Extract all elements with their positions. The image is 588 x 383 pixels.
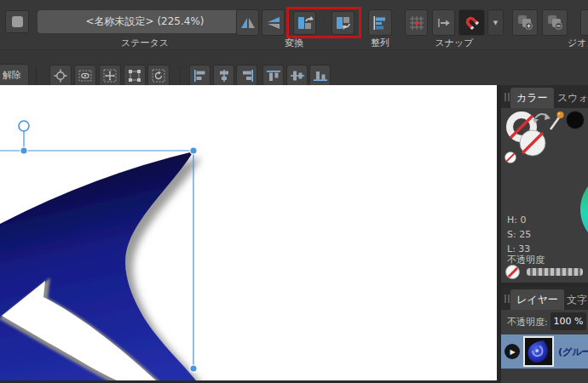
layer-name: (グループ) [558, 346, 588, 358]
align-left-bars-icon [372, 16, 388, 30]
main-toolbar: <名称未設定> (225.4%) * ステータス [0, 0, 588, 49]
align-section-label: 整列 [337, 37, 423, 49]
rotate-selection-button[interactable] [147, 65, 170, 87]
magnet-icon [464, 14, 481, 31]
transform-objects-button[interactable] [124, 65, 146, 87]
eyedropper-icon[interactable] [548, 109, 565, 131]
move-arrow-icon [437, 17, 451, 29]
grid-icon [410, 16, 424, 30]
chevron-down-icon: ▼ [493, 20, 498, 26]
snap-section-label: スナップ [412, 37, 497, 49]
geometry-subtract-button[interactable] [542, 9, 568, 36]
artwork [0, 85, 497, 380]
status-section-label: ステータス [37, 37, 252, 49]
align-left-button[interactable] [189, 65, 210, 87]
align-right-button[interactable] [236, 65, 257, 87]
target-icon [54, 69, 67, 83]
move-while-drawing-button[interactable] [99, 65, 121, 87]
align-bottom-icon [314, 70, 327, 82]
rotate-cw-icon [335, 15, 352, 31]
snap-move-button[interactable] [432, 9, 455, 36]
layer-opacity-label: 不透明度: [507, 316, 548, 329]
align-center-horizontal-button[interactable] [213, 65, 234, 87]
layer-opacity-dropdown[interactable]: 100 % [551, 312, 586, 330]
rotation-handle[interactable] [19, 121, 29, 131]
toolbar-divider [36, 66, 37, 84]
align-center-horizontal-icon [217, 70, 231, 82]
panel-grip-icon[interactable] [504, 93, 510, 101]
document-title: <名称未設定> (225.4%) [85, 14, 204, 29]
layer-row-selected[interactable]: ▶ (グループ) [501, 334, 588, 369]
selection-handle-top-right[interactable] [190, 147, 197, 154]
align-middle-vertical-icon [291, 70, 304, 82]
layers-empty-area[interactable] [501, 369, 588, 383]
subtract-shapes-icon [546, 14, 563, 31]
align-middle-vertical-button[interactable] [286, 65, 308, 87]
snap-options-dropdown[interactable]: ▼ [487, 9, 504, 36]
no-color-icon[interactable] [505, 265, 520, 279]
transform-section-label: 変換 [251, 37, 337, 49]
release-button-label: 解除 [3, 69, 21, 82]
layer-thumbnail-art [527, 339, 551, 364]
rotate-cw-button[interactable] [331, 11, 355, 35]
tab-layers[interactable]: レイヤー [510, 289, 564, 310]
show-selection-button[interactable] [74, 65, 96, 87]
tab-text[interactable]: 文字 [561, 289, 588, 310]
status-dropdown[interactable]: <名称未設定> (225.4%) * [37, 10, 252, 33]
picked-color-swatch[interactable] [566, 111, 585, 129]
transform-box-icon [128, 69, 141, 83]
selection-handle-top-left[interactable] [20, 147, 27, 154]
right-panel: カラー スウォッチ H: 0 S: 25 L: 33 不透明度 [501, 85, 588, 383]
align-button[interactable] [368, 9, 392, 36]
selection-handle-bottom-right[interactable] [190, 365, 197, 372]
color-panel-tabbar: カラー スウォッチ [501, 85, 588, 108]
rotate-box-icon [152, 69, 165, 83]
rotate-ccw-button[interactable] [293, 11, 316, 35]
release-button[interactable]: 解除 [0, 64, 29, 87]
add-shapes-icon [516, 14, 533, 31]
toolbar-divider [180, 66, 181, 84]
square-icon [12, 16, 23, 27]
align-left-icon [193, 70, 207, 82]
layers-panel-tabbar: レイヤー 文字 [501, 287, 588, 310]
hsl-saturation-value: S: 25 [507, 227, 531, 242]
align-right-icon [240, 70, 254, 82]
layer-thumbnail[interactable] [523, 336, 554, 367]
tab-swatches[interactable]: スウォッチ [551, 88, 588, 108]
color-wheel[interactable] [580, 170, 588, 249]
color-wells[interactable] [504, 108, 554, 164]
opacity-slider[interactable] [527, 268, 583, 276]
hsl-hue-value: H: 0 [507, 213, 526, 227]
layer-expand-icon[interactable]: ▶ [504, 344, 520, 359]
document-canvas[interactable] [0, 85, 497, 380]
rotate-ccw-icon [297, 15, 314, 31]
geometry-add-button[interactable] [512, 9, 538, 36]
eye-box-icon [78, 69, 92, 83]
snap-grid-button[interactable] [405, 9, 428, 36]
document-button[interactable] [5, 10, 29, 33]
geometry-section-label: ジオメトリ [568, 37, 588, 49]
align-bottom-button[interactable] [309, 65, 331, 87]
panel-grip-icon[interactable] [504, 294, 510, 303]
snap-toggle-button[interactable] [458, 9, 485, 36]
flip-horizontal-button[interactable] [236, 9, 259, 36]
align-top-button[interactable] [262, 65, 284, 87]
context-toolbar: 解除 [0, 49, 588, 85]
geometry-intersect-button[interactable] [580, 9, 588, 36]
tab-color[interactable]: カラー [510, 88, 554, 108]
align-top-icon [267, 70, 280, 82]
move-box-icon [103, 69, 117, 83]
flip-horizontal-icon [240, 17, 256, 29]
flip-vertical-button[interactable] [262, 9, 285, 36]
snap-center-button[interactable] [49, 65, 72, 87]
flip-vertical-icon [267, 16, 280, 30]
affinity-window: <名称未設定> (225.4%) * ステータス [0, 0, 588, 383]
